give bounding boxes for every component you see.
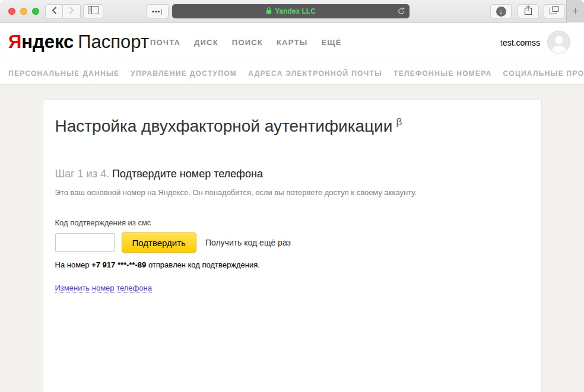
download-icon: ↓: [496, 7, 506, 17]
downloads-button[interactable]: ↓: [490, 4, 512, 18]
user-area: test.comss: [500, 31, 570, 54]
step-title: Подтвердите номер телефона: [112, 168, 263, 180]
chevron-left-icon: [52, 6, 57, 17]
sidebar-icon: [88, 6, 99, 17]
two-factor-setup-card: Настройка двухфакторной аутентификацииβ …: [43, 100, 542, 392]
resend-code-link[interactable]: Получить код ещё раз: [205, 238, 291, 247]
site-header: ЯндексПаспорт ПОЧТА ДИСК ПОИСК КАРТЫ ЕЩЁ…: [0, 23, 584, 62]
window-controls: [8, 8, 39, 15]
zoom-window-button[interactable]: [32, 8, 39, 15]
share-icon: [524, 5, 532, 18]
address-bar[interactable]: Yandex LLC: [172, 4, 410, 18]
history-nav-group: [45, 4, 81, 18]
subnav-item-phone-numbers[interactable]: ТЕЛЕФОННЫЕ НОМЕРА: [393, 69, 491, 78]
notice-prefix: На номер: [55, 260, 92, 269]
step-description: Это ваш основной номер на Яндексе. Он по…: [55, 188, 529, 197]
subnav-item-social-profiles[interactable]: СОЦИАЛЬНЫЕ ПРО: [503, 69, 584, 78]
site-identity-text: Yandex LLC: [275, 7, 316, 15]
page-title-text: Настройка двухфакторной аутентификации: [55, 117, 393, 135]
nav-item-maps[interactable]: КАРТЫ: [277, 38, 308, 47]
logo-brand: ндекс: [21, 31, 74, 52]
avatar[interactable]: [547, 31, 570, 54]
show-all-tabs-button[interactable]: [544, 4, 565, 18]
person-silhouette-icon: [548, 31, 570, 54]
code-sent-notice: На номер +7 917 ***-**-89 отправлен код …: [55, 260, 529, 269]
reload-button[interactable]: [397, 7, 405, 18]
nav-item-disk[interactable]: ДИСК: [194, 38, 218, 47]
yandex-passport-logo[interactable]: ЯндексПаспорт: [8, 31, 149, 53]
browser-chrome: •••| Yandex LLC ↓ +: [0, 0, 584, 23]
new-tab-button[interactable]: +: [566, 0, 584, 23]
more-dots-icon: •••|: [152, 8, 163, 15]
page-background: Настройка двухфакторной аутентификацииβ …: [0, 85, 584, 392]
username[interactable]: test.comss: [500, 37, 540, 47]
forward-button[interactable]: [63, 4, 81, 18]
share-button[interactable]: [518, 4, 539, 18]
step-counter: Шаг 1 из 4.: [55, 168, 112, 180]
logo-product: Паспорт: [78, 31, 149, 52]
username-rest: est.comss: [503, 37, 540, 47]
chevron-right-icon: [69, 6, 74, 17]
logo-letter: Я: [8, 31, 21, 52]
sms-code-input[interactable]: [55, 233, 115, 252]
back-button[interactable]: [45, 4, 63, 18]
nav-item-more[interactable]: ЕЩЁ: [321, 38, 341, 47]
plus-icon: +: [572, 5, 579, 18]
page-title: Настройка двухфакторной аутентификацииβ: [55, 117, 529, 136]
services-nav: ПОЧТА ДИСК ПОИСК КАРТЫ ЕЩЁ: [150, 38, 342, 47]
beta-badge: β: [396, 116, 402, 128]
change-phone-link[interactable]: Изменить номер телефона: [55, 283, 152, 293]
lock-icon: [266, 6, 272, 17]
tabs-icon: [550, 6, 559, 17]
passport-subnav: ПЕРСОНАЛЬНЫЕ ДАННЫЕ УПРАВЛЕНИЕ ДОСТУПОМ …: [0, 62, 584, 85]
code-form-row: Подтвердить Получить код ещё раз: [55, 232, 529, 253]
subnav-item-access-control[interactable]: УПРАВЛЕНИЕ ДОСТУПОМ: [131, 69, 237, 78]
minimize-window-button[interactable]: [20, 8, 27, 15]
nav-item-mail[interactable]: ПОЧТА: [150, 38, 180, 47]
confirm-button[interactable]: Подтвердить: [122, 232, 196, 253]
tab-options-button[interactable]: •••|: [146, 4, 169, 18]
subnav-item-personal-data[interactable]: ПЕРСОНАЛЬНЫЕ ДАННЫЕ: [8, 69, 119, 78]
code-input-label: Код подтверждения из смс: [55, 218, 529, 227]
sidebar-toggle-button[interactable]: [83, 4, 103, 18]
browser-window: •••| Yandex LLC ↓ +: [0, 0, 584, 392]
notice-suffix: отправлен код подтверждения.: [146, 260, 260, 269]
step-heading: Шаг 1 из 4. Подтвердите номер телефона: [55, 168, 529, 180]
masked-phone-number: +7 917 ***-**-89: [91, 260, 146, 269]
close-window-button[interactable]: [8, 8, 15, 15]
subnav-item-email-addresses[interactable]: АДРЕСА ЭЛЕКТРОННОЙ ПОЧТЫ: [248, 69, 382, 78]
nav-item-search[interactable]: ПОИСК: [232, 38, 263, 47]
